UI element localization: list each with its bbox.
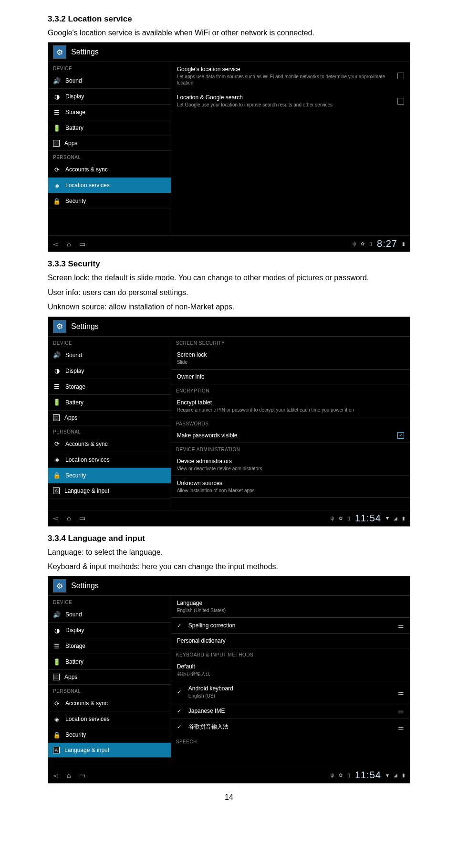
sidebar-item-security[interactable]: 🔒Security bbox=[48, 468, 171, 484]
setting-owner-info[interactable]: Owner info bbox=[171, 370, 410, 384]
sidebar-item-language[interactable]: ALanguage & input bbox=[48, 743, 171, 758]
setting-personal-dictionary[interactable]: Personal dictionary bbox=[171, 634, 410, 648]
setting-title: Screen lock bbox=[177, 351, 404, 358]
sidebar-item-battery[interactable]: 🔋Battery bbox=[48, 120, 171, 136]
wifi-icon: ▾ bbox=[386, 515, 389, 521]
sidebar-item-sound[interactable]: 🔊Sound bbox=[48, 607, 171, 623]
sidebar-item-label: Language & input bbox=[64, 747, 109, 753]
sidebar-item-sound[interactable]: 🔊Sound bbox=[48, 73, 171, 89]
back-icon[interactable]: ◅ bbox=[53, 772, 58, 779]
sidebar-item-accounts[interactable]: ⟳Accounts & sync bbox=[48, 436, 171, 452]
sidebar-item-apps[interactable]: ⬚Apps bbox=[48, 411, 171, 425]
navigation-bar: ◅ ⌂ ▭ ψ ✿ ▯ 11:54 ▾ ◢ ▮ bbox=[48, 510, 410, 526]
setting-subtitle: Allow installation of non-Market apps bbox=[177, 487, 404, 494]
screenshot-language-input: ⚙ Settings DEVICE 🔊Sound ◑Display ☰Stora… bbox=[48, 576, 410, 783]
checkbox-checked[interactable]: ✓ bbox=[397, 432, 404, 439]
sidebar-item-location[interactable]: ◈Location services bbox=[48, 452, 171, 468]
settings-app-icon[interactable]: ⚙ bbox=[53, 320, 66, 333]
sidebar-item-accounts[interactable]: ⟳Accounts & sync bbox=[48, 696, 171, 711]
setting-language[interactable]: LanguageEnglish (United States) bbox=[171, 596, 410, 618]
action-bar-title: Settings bbox=[71, 582, 99, 590]
setting-subtitle: Require a numeric PIN or password to dec… bbox=[177, 407, 404, 413]
sidebar-item-storage[interactable]: ☰Storage bbox=[48, 105, 171, 120]
sidebar-item-storage[interactable]: ☰Storage bbox=[48, 379, 171, 395]
setting-encrypt-tablet[interactable]: Encrypt tabletRequire a numeric PIN or p… bbox=[171, 395, 410, 417]
sidebar-item-label: Display bbox=[65, 368, 84, 374]
sidebar-item-battery[interactable]: 🔋Battery bbox=[48, 395, 171, 411]
home-icon[interactable]: ⌂ bbox=[67, 514, 71, 522]
checkbox[interactable] bbox=[397, 98, 404, 105]
sidebar-item-battery[interactable]: 🔋Battery bbox=[48, 654, 171, 670]
recents-icon[interactable]: ▭ bbox=[79, 772, 85, 779]
settings-app-icon[interactable]: ⚙ bbox=[53, 579, 66, 593]
sidebar-item-label: Security bbox=[65, 198, 86, 204]
check-icon: ✓ bbox=[177, 623, 184, 629]
settings-app-icon[interactable]: ⚙ bbox=[53, 45, 66, 59]
display-icon: ◑ bbox=[53, 626, 61, 634]
home-icon[interactable]: ⌂ bbox=[67, 772, 71, 779]
sidebar-item-display[interactable]: ◑Display bbox=[48, 623, 171, 638]
sidebar-item-label: Location services bbox=[65, 716, 110, 722]
sidebar-item-sound[interactable]: 🔊Sound bbox=[48, 348, 171, 363]
setting-google-pinyin[interactable]: ✓ 谷歌拼音输入法 ⚌ bbox=[171, 719, 410, 735]
setting-google-location[interactable]: Google's location service Let apps use d… bbox=[171, 62, 410, 90]
sliders-icon[interactable]: ⚌ bbox=[398, 688, 404, 696]
sliders-icon[interactable]: ⚌ bbox=[398, 707, 404, 715]
section-text: Unknown source: allow installation of no… bbox=[48, 302, 410, 312]
action-bar: ⚙ Settings bbox=[48, 42, 410, 62]
section-text: Language: to select the language. bbox=[48, 547, 410, 558]
sliders-icon[interactable]: ⚌ bbox=[398, 723, 404, 731]
setting-unknown-sources[interactable]: Unknown sourcesAllow installation of non… bbox=[171, 476, 410, 498]
sidebar-item-label: Accounts & sync bbox=[65, 441, 108, 447]
setting-title: 谷歌拼音输入法 bbox=[188, 723, 392, 731]
setting-default-keyboard[interactable]: Default谷歌拼音输入法 bbox=[171, 659, 410, 681]
sidebar-item-apps[interactable]: ⬚Apps bbox=[48, 136, 171, 151]
sidebar-item-location[interactable]: ◈Location services bbox=[48, 178, 171, 193]
setting-screen-lock[interactable]: Screen lockSlide bbox=[171, 348, 410, 370]
sidebar-item-storage[interactable]: ☰Storage bbox=[48, 638, 171, 654]
navigation-bar: ◅ ⌂ ▭ ψ ✿ ▯ 8:27 ▮ bbox=[48, 235, 410, 252]
back-icon[interactable]: ◅ bbox=[53, 240, 58, 248]
setting-japanese-ime[interactable]: ✓ Japanese IME ⚌ bbox=[171, 703, 410, 719]
setting-subtitle: Let apps use data from sources such as W… bbox=[177, 74, 392, 86]
settings-content: LanguageEnglish (United States) ✓ Spelli… bbox=[171, 596, 410, 769]
lock-icon: 🔒 bbox=[53, 731, 61, 739]
check-icon: ✓ bbox=[177, 689, 184, 695]
sliders-icon[interactable]: ⚌ bbox=[398, 622, 404, 629]
sidebar-item-apps[interactable]: ⬚Apps bbox=[48, 670, 171, 685]
clock: 11:54 bbox=[355, 513, 381, 524]
debug-icon: ✿ bbox=[361, 241, 364, 246]
settings-content: Google's location service Let apps use d… bbox=[171, 62, 410, 238]
setting-location-search[interactable]: Location & Google search Let Google use … bbox=[171, 90, 410, 112]
sidebar-item-display[interactable]: ◑Display bbox=[48, 89, 171, 105]
setting-device-admins[interactable]: Device administratorsView or deactivate … bbox=[171, 454, 410, 476]
home-icon[interactable]: ⌂ bbox=[67, 240, 71, 248]
sidebar-item-label: Apps bbox=[64, 414, 77, 421]
sd-icon: ▯ bbox=[347, 773, 350, 778]
recents-icon[interactable]: ▭ bbox=[79, 514, 85, 522]
action-bar: ⚙ Settings bbox=[48, 317, 410, 337]
apps-icon: ⬚ bbox=[53, 414, 60, 421]
setting-passwords-visible[interactable]: Make passwords visible ✓ bbox=[171, 428, 410, 443]
setting-title: Unknown sources bbox=[177, 480, 404, 487]
page-number: 14 bbox=[48, 793, 410, 802]
sidebar-item-security[interactable]: 🔒Security bbox=[48, 727, 171, 743]
sidebar-item-label: Accounts & sync bbox=[65, 700, 108, 707]
recents-icon[interactable]: ▭ bbox=[79, 240, 85, 248]
setting-android-keyboard[interactable]: ✓ Android keyboardEnglish (US) ⚌ bbox=[171, 681, 410, 703]
sidebar-item-accounts[interactable]: ⟳Accounts & sync bbox=[48, 162, 171, 178]
setting-title: Default bbox=[177, 663, 404, 670]
sidebar-item-location[interactable]: ◈Location services bbox=[48, 711, 171, 727]
battery-icon: 🔋 bbox=[53, 124, 61, 132]
checkbox[interactable] bbox=[397, 73, 404, 79]
sidebar-item-security[interactable]: 🔒Security bbox=[48, 193, 171, 209]
apps-icon: ⬚ bbox=[53, 674, 60, 680]
setting-subtitle: English (United States) bbox=[177, 607, 404, 614]
setting-title: Make passwords visible bbox=[177, 432, 392, 439]
sidebar-item-label: Sound bbox=[65, 352, 82, 359]
sidebar-item-label: Sound bbox=[65, 611, 82, 618]
setting-spelling-correction[interactable]: ✓ Spelling correction ⚌ bbox=[171, 618, 410, 634]
sidebar-item-language[interactable]: ALanguage & input bbox=[48, 484, 171, 498]
sidebar-item-display[interactable]: ◑Display bbox=[48, 363, 171, 379]
back-icon[interactable]: ◅ bbox=[53, 514, 58, 522]
